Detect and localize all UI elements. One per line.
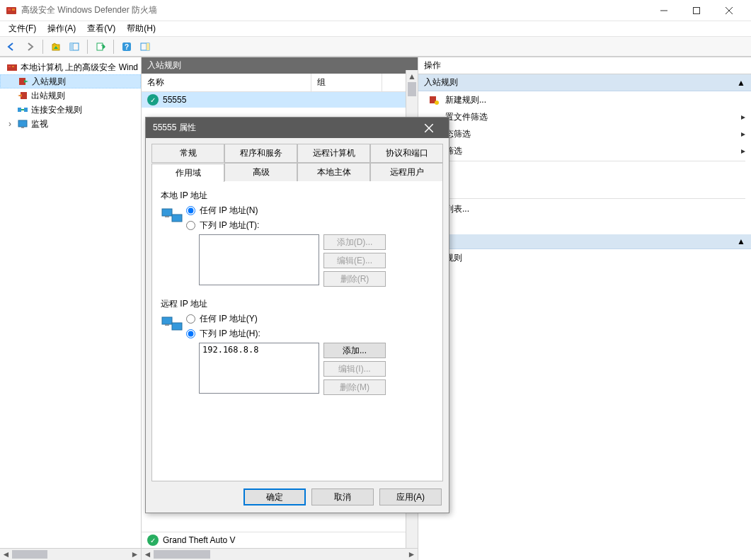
expand-icon[interactable]: › bbox=[6, 119, 14, 129]
show-hide-tree-button[interactable] bbox=[66, 38, 83, 55]
dialog-close-button[interactable] bbox=[425, 124, 442, 132]
menu-file[interactable]: 文件(F) bbox=[3, 21, 42, 36]
cancel-button[interactable]: 取消 bbox=[311, 488, 374, 505]
list-row-55555[interactable]: ✓ 55555 bbox=[142, 92, 418, 108]
svg-rect-18 bbox=[8, 66, 11, 67]
svg-rect-33 bbox=[165, 216, 169, 217]
tree-scrollbar-h[interactable]: ◄ ► bbox=[0, 548, 141, 560]
menu-view[interactable]: 查看(V) bbox=[81, 21, 121, 36]
svg-rect-22 bbox=[18, 108, 21, 112]
tab-protocols[interactable]: 协议和端口 bbox=[370, 144, 443, 163]
chevron-right-icon: ▸ bbox=[741, 112, 745, 122]
tree-inbound-rules[interactable]: 入站规则 bbox=[0, 74, 141, 88]
tab-scope[interactable]: 作用域 bbox=[151, 164, 224, 182]
connection-security-icon bbox=[17, 104, 28, 115]
collapse-chevron-icon[interactable]: ▲ bbox=[737, 236, 745, 246]
remote-ip-listbox[interactable]: 192.168.8.8 bbox=[199, 343, 319, 394]
tree-outbound-label: 出站规则 bbox=[31, 90, 65, 102]
scroll-right-arrow[interactable]: ► bbox=[129, 549, 141, 560]
action-disable-rule[interactable]: 规则 bbox=[418, 249, 751, 266]
action-new-rule[interactable]: 新建规则... bbox=[418, 91, 751, 108]
tab-general[interactable]: 常规 bbox=[151, 144, 224, 163]
scroll-thumb[interactable] bbox=[12, 550, 47, 559]
scroll-thumb-h[interactable] bbox=[154, 550, 210, 559]
tree-outbound-rules[interactable]: 出站规则 bbox=[0, 88, 141, 103]
radio-any-local[interactable]: 任何 IP 地址(N) bbox=[186, 205, 434, 217]
rule-name: Grand Theft Auto V bbox=[163, 535, 236, 545]
tree-connection-security[interactable]: 连接安全规则 bbox=[0, 103, 141, 117]
remote-add-button[interactable]: 添加... bbox=[323, 343, 386, 358]
svg-rect-32 bbox=[172, 215, 182, 222]
tab-advanced[interactable]: 高级 bbox=[224, 163, 297, 181]
radio-these-remote-input[interactable] bbox=[186, 329, 195, 338]
menu-help[interactable]: 帮助(H) bbox=[121, 21, 161, 36]
back-button[interactable] bbox=[3, 38, 20, 55]
scroll-left-arrow[interactable]: ◄ bbox=[142, 549, 154, 560]
window-title: 高级安全 Windows Defender 防火墙 bbox=[21, 4, 648, 16]
radio-any-local-input[interactable] bbox=[186, 206, 195, 215]
forward-button[interactable] bbox=[21, 38, 38, 55]
action-group-inbound: 入站规则 ▲ bbox=[418, 74, 751, 91]
col-group[interactable]: 组 bbox=[311, 74, 382, 91]
action-filter-group[interactable]: 筛选 ▸ bbox=[418, 142, 751, 159]
maximize-button[interactable] bbox=[680, 0, 713, 21]
svg-point-28 bbox=[435, 101, 439, 105]
tab-remote-users[interactable]: 远程用户 bbox=[370, 163, 443, 181]
actions-header: 操作 bbox=[418, 57, 751, 74]
tree-connection-label: 连接安全规则 bbox=[31, 104, 82, 116]
chevron-right-icon: ▸ bbox=[741, 129, 745, 139]
action-filter-state[interactable]: 态筛选 ▸ bbox=[418, 125, 751, 142]
action-misc-3[interactable] bbox=[418, 217, 751, 234]
svg-rect-23 bbox=[24, 108, 28, 112]
tab-local-principals[interactable]: 本地主体 bbox=[297, 163, 370, 181]
remote-edit-button[interactable]: 编辑(I)... bbox=[323, 361, 386, 377]
local-remove-button[interactable]: 删除(R) bbox=[323, 271, 386, 287]
local-edit-button[interactable]: 编辑(E)... bbox=[323, 253, 386, 268]
list-scrollbar-h[interactable]: ◄ ► bbox=[142, 548, 418, 560]
minimize-button[interactable] bbox=[648, 0, 680, 21]
radio-these-local[interactable]: 下列 IP 地址(T): bbox=[186, 219, 434, 232]
radio-these-local-input[interactable] bbox=[186, 221, 195, 230]
remote-remove-button[interactable]: 删除(M) bbox=[323, 379, 386, 395]
remote-ip-icon bbox=[161, 313, 186, 395]
radio-any-local-label: 任何 IP 地址(N) bbox=[200, 205, 258, 217]
ok-button[interactable]: 确定 bbox=[243, 488, 306, 505]
col-name[interactable]: 名称 bbox=[142, 74, 311, 91]
apply-button[interactable]: 应用(A) bbox=[379, 488, 442, 505]
tab-remote-computers[interactable]: 远程计算机 bbox=[297, 144, 370, 163]
rule-name: 55555 bbox=[163, 95, 186, 105]
svg-rect-2 bbox=[12, 8, 15, 11]
action-filter-profile[interactable]: 置文件筛选 ▸ bbox=[418, 108, 751, 125]
tab-container: 常规 程序和服务 远程计算机 协议和端口 作用域 高级 本地主体 远程用户 bbox=[146, 138, 449, 181]
radio-these-remote[interactable]: 下列 IP 地址(H): bbox=[186, 328, 434, 340]
tab-programs[interactable]: 程序和服务 bbox=[224, 144, 297, 163]
properties-dialog: 55555 属性 常规 程序和服务 远程计算机 协议和端口 作用域 高级 本地主… bbox=[145, 117, 449, 513]
remote-ip-entry[interactable]: 192.168.8.8 bbox=[202, 345, 316, 355]
close-button[interactable] bbox=[713, 0, 745, 21]
collapse-chevron-icon[interactable]: ▲ bbox=[737, 78, 745, 88]
action-group-label: 入站规则 bbox=[424, 76, 458, 88]
help-button[interactable]: ? bbox=[118, 38, 135, 55]
menu-action[interactable]: 操作(A) bbox=[42, 21, 81, 36]
action-misc-2[interactable] bbox=[418, 180, 751, 197]
radio-any-remote-input[interactable] bbox=[186, 314, 195, 324]
scroll-up-arrow[interactable]: ▲ bbox=[406, 70, 418, 82]
tree-monitoring[interactable]: › 监视 bbox=[0, 117, 141, 131]
chevron-right-icon: ▸ bbox=[741, 146, 745, 156]
tree-root[interactable]: 本地计算机 上的高级安全 Wind bbox=[0, 60, 141, 74]
scroll-right-arrow[interactable]: ► bbox=[406, 549, 418, 560]
action-misc-1[interactable] bbox=[418, 163, 751, 180]
up-button[interactable] bbox=[47, 38, 64, 55]
local-add-button[interactable]: 添加(D)... bbox=[323, 234, 386, 250]
actions-pane-button[interactable] bbox=[137, 38, 154, 55]
scroll-left-arrow[interactable]: ◄ bbox=[0, 549, 12, 560]
scroll-thumb-v[interactable] bbox=[408, 82, 416, 96]
local-ip-listbox[interactable] bbox=[199, 234, 319, 285]
radio-these-remote-label: 下列 IP 地址(H): bbox=[200, 328, 260, 340]
radio-any-remote[interactable]: 任何 IP 地址(Y) bbox=[186, 313, 434, 325]
dialog-titlebar[interactable]: 55555 属性 bbox=[146, 118, 449, 138]
action-export-list[interactable]: 列表... bbox=[418, 200, 751, 217]
svg-rect-34 bbox=[162, 317, 172, 324]
export-button[interactable] bbox=[92, 38, 109, 55]
list-row-gta[interactable]: ✓ Grand Theft Auto V bbox=[142, 532, 406, 548]
